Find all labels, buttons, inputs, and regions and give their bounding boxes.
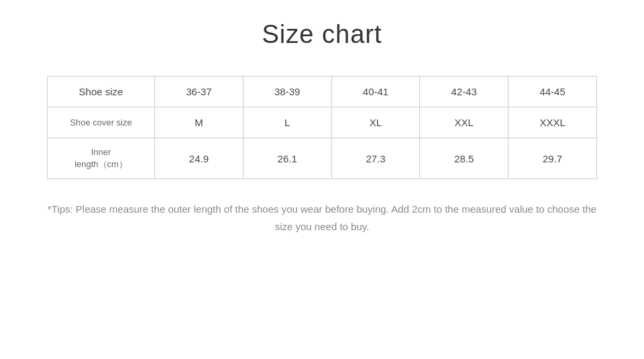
row-label-shoe-cover-size: Shoe cover size (48, 107, 155, 138)
tips-text: *Tips: Please measure the outer length o… (47, 201, 597, 235)
cell-inner-length-26.1: 26.1 (243, 138, 331, 179)
cell-shoe-size-38-39: 38-39 (243, 76, 331, 107)
cell-shoe-size-40-41: 40-41 (331, 76, 420, 107)
page-title: Size chart (262, 20, 382, 49)
row-label-inner-length: Innerlength（cm） (48, 138, 155, 179)
cell-cover-size-XXXL: XXXL (508, 107, 597, 138)
cell-shoe-size-42-43: 42-43 (420, 76, 508, 107)
size-chart-table: Shoe size 36-37 38-39 40-41 42-43 44-45 … (47, 76, 597, 179)
cell-inner-length-29.7: 29.7 (508, 138, 597, 179)
cell-cover-size-XL: XL (331, 107, 420, 138)
cell-cover-size-XXL: XXL (420, 107, 508, 138)
table-row-inner-length: Innerlength（cm） 24.9 26.1 27.3 28.5 29.7 (48, 138, 597, 179)
cell-shoe-size-36-37: 36-37 (155, 76, 244, 107)
row-label-shoe-size: Shoe size (48, 76, 155, 107)
cell-inner-length-24.9: 24.9 (155, 138, 244, 179)
table-row-shoe-size: Shoe size 36-37 38-39 40-41 42-43 44-45 (48, 76, 597, 107)
cell-inner-length-28.5: 28.5 (420, 138, 508, 179)
table-row-shoe-cover-size: Shoe cover size M L XL XXL XXXL (48, 107, 597, 138)
cell-shoe-size-44-45: 44-45 (508, 76, 597, 107)
size-chart-table-container: Shoe size 36-37 38-39 40-41 42-43 44-45 … (47, 76, 597, 179)
cell-cover-size-M: M (155, 107, 244, 138)
cell-cover-size-L: L (243, 107, 331, 138)
cell-inner-length-27.3: 27.3 (331, 138, 420, 179)
